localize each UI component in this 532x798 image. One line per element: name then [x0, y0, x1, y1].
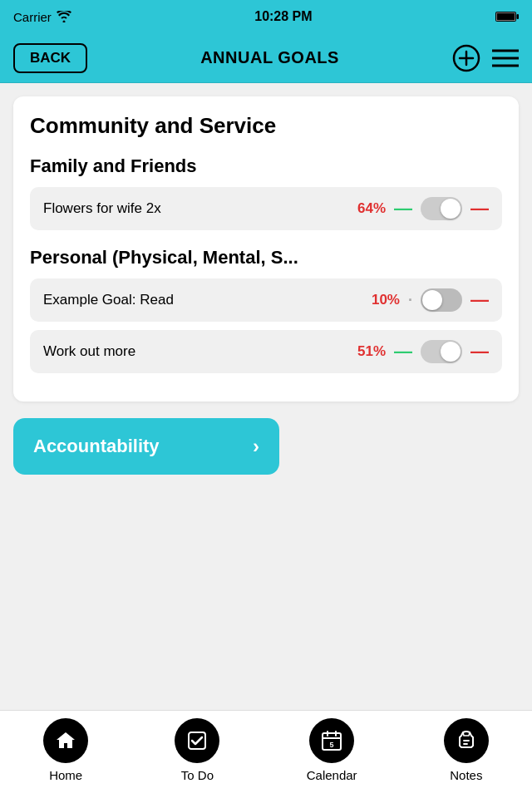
- home-icon-circle: [43, 718, 88, 763]
- minus-red-icon[interactable]: —: [470, 200, 489, 218]
- nav-title: ANNUAL GOALS: [200, 48, 339, 67]
- section-community-title: Community and Service: [30, 113, 502, 139]
- section-personal: Personal (Physical, Mental, S... Example…: [30, 247, 502, 373]
- carrier-label: Carrier: [13, 10, 52, 24]
- toggle-thumb: [441, 199, 461, 219]
- status-bar-left: Carrier: [13, 10, 71, 24]
- notes-icon-circle: [444, 718, 489, 763]
- tab-todo[interactable]: To Do: [175, 718, 219, 782]
- goal-row[interactable]: Example Goal: Read 10% · —: [30, 278, 502, 322]
- notes-icon: [455, 729, 478, 752]
- accountability-button[interactable]: Accountability ›: [13, 418, 279, 475]
- calendar-icon-circle: 5: [309, 718, 354, 763]
- svg-text:5: 5: [330, 741, 334, 749]
- goal-toggle[interactable]: [421, 340, 462, 363]
- nav-bar: BACK ANNUAL GOALS: [0, 33, 532, 83]
- nav-actions: [452, 44, 519, 72]
- status-bar: Carrier 10:28 PM: [0, 0, 532, 33]
- section-personal-title: Personal (Physical, Mental, S...: [30, 247, 502, 268]
- goal-name: Example Goal: Read: [43, 292, 352, 308]
- chevron-right-icon: ›: [253, 435, 259, 458]
- goal-pct: 64%: [346, 200, 386, 217]
- calendar-icon: 5: [320, 729, 343, 752]
- goal-toggle[interactable]: [421, 197, 462, 220]
- goal-row[interactable]: Work out more 51% — —: [30, 330, 502, 373]
- tab-notes-label: Notes: [450, 768, 482, 782]
- menu-button[interactable]: [492, 48, 519, 68]
- tab-notes[interactable]: Notes: [444, 718, 489, 782]
- minus-green-icon[interactable]: ·: [408, 293, 412, 308]
- battery-icon: [495, 11, 519, 22]
- toggle-thumb: [441, 342, 461, 362]
- toggle-thumb: [422, 290, 442, 310]
- status-bar-right: [495, 11, 519, 22]
- back-button[interactable]: BACK: [13, 43, 87, 73]
- section-community: Community and Service: [30, 113, 502, 139]
- todo-icon: [185, 729, 209, 752]
- home-icon: [54, 729, 77, 752]
- minus-green-icon[interactable]: —: [394, 200, 412, 218]
- status-bar-time: 10:28 PM: [254, 9, 312, 24]
- tab-calendar-label: Calendar: [307, 768, 357, 782]
- main-content: Community and Service Family and Friends…: [13, 96, 519, 401]
- section-family: Family and Friends Flowers for wife 2x 6…: [30, 155, 502, 230]
- goal-pct: 10%: [360, 292, 400, 308]
- section-family-title: Family and Friends: [30, 155, 502, 177]
- minus-red-icon[interactable]: —: [470, 342, 489, 361]
- goal-name: Flowers for wife 2x: [43, 200, 337, 217]
- tab-home-label: Home: [49, 768, 82, 782]
- minus-green-icon[interactable]: —: [394, 342, 412, 361]
- goal-row[interactable]: Flowers for wife 2x 64% — —: [30, 187, 502, 230]
- tab-home[interactable]: Home: [43, 718, 88, 782]
- minus-red-icon[interactable]: —: [470, 291, 489, 309]
- svg-rect-1: [517, 14, 520, 19]
- tab-calendar[interactable]: 5 Calendar: [307, 718, 357, 782]
- add-button[interactable]: [452, 44, 480, 72]
- wifi-icon: [57, 11, 71, 22]
- add-icon: [452, 44, 480, 72]
- goal-toggle[interactable]: [421, 288, 462, 312]
- todo-icon-circle: [175, 718, 219, 763]
- tab-todo-label: To Do: [181, 768, 214, 782]
- goal-name: Work out more: [43, 343, 337, 360]
- accountability-label: Accountability: [33, 436, 160, 457]
- tab-bar: Home To Do 5 Calendar: [0, 710, 532, 798]
- svg-rect-3: [497, 13, 515, 21]
- goal-pct: 51%: [346, 343, 386, 360]
- menu-icon: [492, 48, 519, 68]
